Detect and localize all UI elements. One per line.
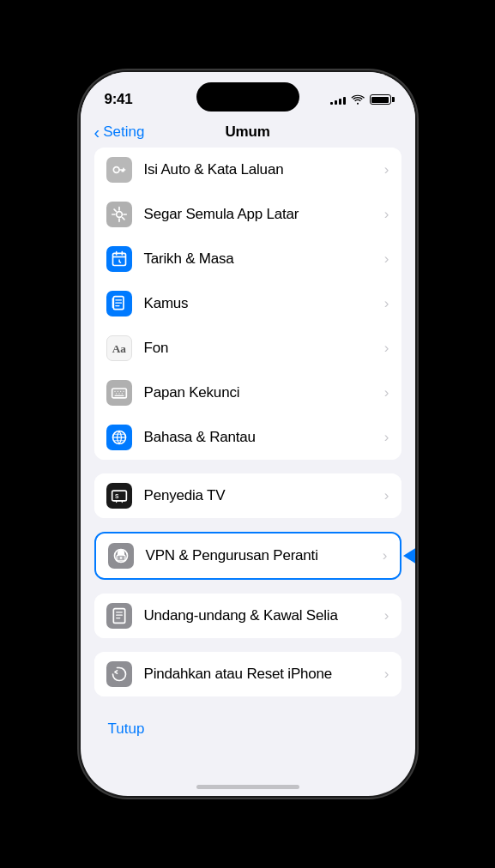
penyedia-tv-label: Penyedia TV xyxy=(144,487,384,504)
footer-section: Tutup xyxy=(94,710,401,748)
chevron-right-icon: › xyxy=(383,547,388,564)
chevron-right-icon: › xyxy=(384,384,389,401)
chevron-right-icon: › xyxy=(384,295,389,312)
svg-rect-8 xyxy=(112,491,126,501)
fon-label: Fon xyxy=(144,340,384,357)
svg-text:S: S xyxy=(115,493,119,499)
vpn-section-wrapper: VPN & Pengurusan Peranti › xyxy=(94,532,401,580)
nav-header: ‹ Seting Umum xyxy=(81,115,415,148)
list-item[interactable]: Pindahkan atau Reset iPhone › xyxy=(94,652,401,696)
svg-rect-13 xyxy=(113,609,124,624)
tarikh-masa-label: Tarikh & Masa xyxy=(144,250,384,268)
tutup-button[interactable]: Tutup xyxy=(108,710,145,748)
dynamic-island xyxy=(196,82,299,112)
section-group-5: Pindahkan atau Reset iPhone › xyxy=(94,652,401,696)
tv-provider-icon: S xyxy=(106,483,132,509)
list-item[interactable]: Tarikh & Masa › xyxy=(94,237,401,281)
language-icon xyxy=(106,425,132,450)
key-icon xyxy=(106,157,132,183)
chevron-right-icon: › xyxy=(384,206,389,223)
dictionary-icon xyxy=(106,291,132,316)
battery-icon xyxy=(370,94,391,105)
keyboard-icon xyxy=(106,380,132,406)
list-item[interactable]: Bahasa & Rantau › xyxy=(94,415,401,460)
vpn-list-item[interactable]: VPN & Pengurusan Peranti › xyxy=(96,533,400,578)
papan-kekunci-label: Papan Kekunci xyxy=(144,384,384,401)
list-item[interactable]: S Penyedia TV › xyxy=(94,473,401,518)
kamus-label: Kamus xyxy=(144,295,384,312)
isi-auto-label: Isi Auto & Kata Laluan xyxy=(144,161,384,178)
chevron-right-icon: › xyxy=(384,161,389,178)
list-item[interactable]: Isi Auto & Kata Laluan › xyxy=(94,148,401,192)
settings-card-1: Isi Auto & Kata Laluan › Segar Semula Ap… xyxy=(94,148,401,460)
section-group-2: S Penyedia TV › xyxy=(94,473,401,518)
vpn-label: VPN & Pengurusan Peranti xyxy=(146,547,383,564)
wifi-icon xyxy=(351,94,365,105)
segar-semula-label: Segar Semula App Latar xyxy=(144,206,384,223)
pindahkan-label: Pindahkan atau Reset iPhone xyxy=(144,666,384,683)
chevron-right-icon: › xyxy=(384,429,389,446)
status-time: 9:41 xyxy=(105,91,133,108)
list-item[interactable]: Kamus › xyxy=(94,281,401,326)
svg-point-0 xyxy=(113,167,119,173)
reset-icon xyxy=(106,661,132,687)
section-group-1: Isi Auto & Kata Laluan › Segar Semula Ap… xyxy=(94,148,401,460)
back-chevron-icon: ‹ xyxy=(94,124,100,141)
home-indicator xyxy=(196,785,299,789)
chevron-right-icon: › xyxy=(384,340,389,357)
page-title: Umum xyxy=(225,124,269,141)
section-group-4: Undang-undang & Kawal Selia › xyxy=(94,594,401,638)
chevron-right-icon: › xyxy=(384,607,389,624)
list-item[interactable]: Papan Kekunci › xyxy=(94,371,401,415)
vpn-card: VPN & Pengurusan Peranti › xyxy=(94,532,401,580)
phone-frame: 9:41 ‹ Seting Umum xyxy=(81,72,415,796)
arrow-annotation xyxy=(403,547,415,564)
chevron-right-icon: › xyxy=(384,250,389,268)
chevron-right-icon: › xyxy=(384,666,389,683)
settings-card-5: Pindahkan atau Reset iPhone › xyxy=(94,652,401,696)
signal-icon xyxy=(330,94,346,105)
undang-undang-label: Undang-undang & Kawal Selia xyxy=(144,607,384,624)
svg-text:Aa: Aa xyxy=(112,342,126,355)
datetime-icon xyxy=(106,246,132,272)
list-item[interactable]: Segar Semula App Latar › xyxy=(94,192,401,237)
back-label: Seting xyxy=(103,124,144,141)
refresh-icon xyxy=(106,202,132,227)
vpn-icon xyxy=(108,543,134,569)
bahasa-rantau-label: Bahasa & Rantau xyxy=(144,429,384,446)
back-button[interactable]: ‹ Seting xyxy=(94,124,145,141)
legal-icon xyxy=(106,603,132,629)
svg-rect-4 xyxy=(112,298,113,308)
chevron-right-icon: › xyxy=(384,487,389,504)
content-area: Isi Auto & Kata Laluan › Segar Semula Ap… xyxy=(81,148,415,751)
arrow-head-icon xyxy=(403,547,415,564)
settings-card-4: Undang-undang & Kawal Selia › xyxy=(94,594,401,638)
status-icons xyxy=(330,94,391,105)
list-item[interactable]: Aa Fon › xyxy=(94,326,401,371)
list-item[interactable]: Undang-undang & Kawal Selia › xyxy=(94,594,401,638)
svg-point-12 xyxy=(119,557,122,559)
svg-point-1 xyxy=(116,212,122,218)
settings-card-2: S Penyedia TV › xyxy=(94,473,401,518)
font-icon: Aa xyxy=(106,335,132,361)
